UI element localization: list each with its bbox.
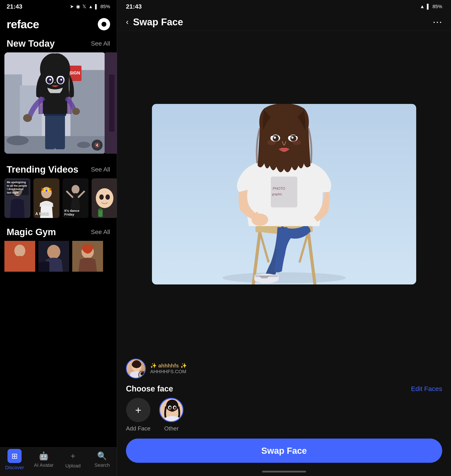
status-icons-right: ▲ ▌ 85% [420,4,442,9]
svg-point-50 [96,188,113,208]
svg-point-34 [49,79,51,81]
trending-header: Trending Videos See All [0,159,117,178]
featured-image[interactable]: SIGN [4,52,106,154]
wifi-icon-right: ▲ [420,4,425,9]
swap-face-button-label: Swap Face [261,446,307,456]
nav-search[interactable]: 🔍 Search [92,451,112,468]
page-title: Swap Face [133,17,183,27]
svg-point-85 [267,140,276,145]
person-svg: PHOTO graphic [152,104,416,284]
settings-dot-icon [101,22,106,27]
creator-name: ✨ ahhhhfs ✨ [150,363,187,369]
other-face-label: Other [164,425,179,432]
svg-point-44 [49,189,51,191]
time-right: 21:43 [126,3,142,10]
featured-container: SIGN [0,52,117,154]
bottom-nav: ⊞ Discover 🤖 AI Avatar ＋ Upload 🔍 Search [0,447,117,476]
nav-ai-avatar[interactable]: 🤖 AI Avatar [34,451,54,468]
right-bottom-nav [117,467,451,476]
choose-face-section: Choose face Edit Faces + Add Face [117,382,451,434]
plus-icon: + [135,404,141,416]
gym-thumb-2[interactable] [38,241,69,272]
status-bar-left: 21:43 ➤ ◉ 𝕏 ▲ ▌ 85% [0,0,117,13]
magic-gym-scroll [0,241,117,272]
svg-point-41 [41,187,52,198]
swap-face-button[interactable]: Swap Face [126,438,442,463]
status-icons-left: ➤ ◉ 𝕏 ▲ ▌ 85% [70,4,110,9]
new-today-title: New Today [6,38,55,49]
gym-1-svg [4,241,35,272]
magic-gym-see-all[interactable]: See All [91,229,110,236]
nav-upload[interactable]: ＋ Upload [63,451,83,469]
svg-rect-73 [271,176,297,207]
gym-3-svg [72,241,103,272]
creator-site: AHHHHFS.COM [150,369,187,375]
ai-avatar-icon: 🤖 [39,451,49,461]
status-bar-right: 21:43 ▲ ▌ 85% [117,0,451,13]
svg-point-84 [291,137,294,139]
settings-icon-btn[interactable] [98,18,110,30]
main-image-area: PHOTO graphic [117,31,451,355]
svg-point-27 [72,108,80,115]
svg-point-46 [72,185,80,194]
magic-gym-title: Magic Gym [6,227,56,237]
trending-video-3[interactable]: It's dance Friday [63,178,88,218]
search-icon: 🔍 [97,451,107,461]
svg-text:graphic: graphic [272,192,282,196]
upload-icon: ＋ [69,451,77,461]
svg-point-51 [99,194,104,200]
trending-title: Trending Videos [6,164,78,175]
other-face-svg [160,399,183,422]
other-face-option[interactable]: Other [159,398,183,432]
gym-thumb-1[interactable] [4,241,35,272]
battery-left: 85% [100,4,110,9]
nav-arrow-icon: ➤ [70,4,74,9]
trending-see-all[interactable]: See All [91,166,110,173]
app-header: reface [0,13,117,33]
gym-thumb-3[interactable] [72,241,103,272]
discover-icon: ⊞ [12,451,18,460]
right-header: ‹ Swap Face ⋯ [117,13,451,31]
svg-point-26 [23,114,32,122]
nav-search-label: Search [94,462,110,468]
svg-point-63 [222,272,346,283]
face-options: + Add Face [126,398,442,432]
svg-point-52 [106,194,110,200]
svg-rect-9 [45,114,55,149]
app-logo: reface [6,18,39,31]
trending-scroll: Me apologizing to all the people I drunk… [0,178,117,218]
add-face-button[interactable]: + Add Face [126,398,150,432]
back-arrow-icon: ‹ [126,17,129,27]
gym-2-svg [38,241,69,272]
trending-video-2[interactable]: A KING [33,178,59,218]
edit-faces-button[interactable]: Edit Faces [411,385,442,393]
video-3-label: It's dance Friday [64,209,87,216]
svg-point-86 [292,140,301,145]
back-button[interactable]: ‹ Swap Face [126,17,183,27]
video-2-label: A KING [35,212,58,216]
svg-point-43 [46,190,47,192]
svg-rect-10 [55,114,65,149]
svg-point-6 [77,142,90,148]
creator-avatar [126,359,146,378]
video-4-svg [92,178,117,218]
magic-gym-header: Magic Gym See All [0,221,117,241]
more-options-button[interactable]: ⋯ [432,16,442,27]
new-today-see-all[interactable]: See All [91,40,110,47]
trending-video-1[interactable]: Me apologizing to all the people I drunk… [4,178,30,218]
creator-row: ✨ ahhhhfs ✨ AHHHHFS.COM [117,355,451,382]
battery-right: 85% [432,4,442,9]
trending-video-4[interactable] [92,178,117,218]
mute-button[interactable]: 🔇 [92,140,103,150]
time-left: 21:43 [6,3,22,10]
video-1-label: Me apologizing to all the people I drunk… [6,180,29,195]
nav-discover[interactable]: ⊞ Discover [5,449,25,470]
svg-text:PHOTO: PHOTO [273,187,285,190]
radio-icon: ◉ [76,4,80,9]
svg-point-5 [6,136,29,145]
signal-icon: ▌ [95,4,98,9]
svg-point-94 [174,407,176,409]
next-card-svg [105,52,119,154]
choose-face-title: Choose face [126,384,173,394]
svg-point-93 [169,407,171,409]
